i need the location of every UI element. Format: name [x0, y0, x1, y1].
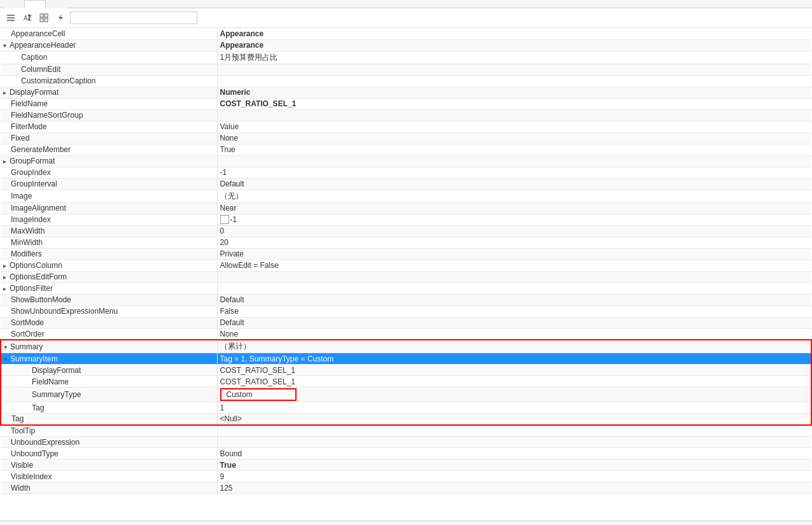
property-name: FilterMode	[11, 122, 47, 131]
table-row[interactable]: SortOrderNone	[1, 328, 811, 340]
property-name: UnboundType	[11, 449, 59, 458]
property-name: ShowUnboundExpressionMenu	[11, 307, 118, 316]
table-row[interactable]: DisplayFormatCOST_RATIO_SEL_1	[1, 365, 811, 376]
expand-icon[interactable]: ▸	[3, 285, 10, 292]
table-row[interactable]: ColumnEdit	[1, 64, 811, 75]
search-input[interactable]	[70, 11, 197, 24]
table-row[interactable]: ▸ DisplayFormatNumeric	[1, 87, 811, 98]
property-name: Tag	[11, 414, 24, 423]
table-row[interactable]: UnboundExpression	[1, 437, 811, 448]
expand-icon[interactable]: ▾	[3, 42, 10, 49]
svg-rect-6	[45, 14, 48, 17]
property-value: Custom	[217, 388, 811, 402]
table-row[interactable]: MinWidth20	[1, 237, 811, 248]
property-value: Bound	[217, 448, 811, 459]
table-row[interactable]: ▸ OptionsColumnAllowEdit = False	[1, 260, 811, 271]
table-row[interactable]: SummaryTypeCustom	[1, 388, 811, 402]
property-value: 0	[217, 225, 811, 237]
property-name: MaxWidth	[11, 227, 45, 235]
table-row[interactable]: UnboundTypeBound	[1, 448, 811, 459]
table-row[interactable]: ImageAlignmentNear	[1, 202, 811, 214]
table-row[interactable]: ▾ Summary（累计）	[1, 340, 811, 353]
property-value: Private	[217, 248, 811, 260]
table-row[interactable]: ▾ SummaryItemTag = 1, SummaryType = Cust…	[1, 353, 811, 365]
toolbar-btn-grid[interactable]	[37, 11, 51, 25]
property-name: ToolTip	[11, 426, 35, 435]
property-value	[217, 75, 811, 87]
svg-rect-7	[40, 18, 43, 22]
property-name: Modifiers	[11, 249, 42, 258]
color-swatch	[220, 215, 229, 224]
table-row[interactable]: ShowButtonModeDefault	[1, 294, 811, 305]
table-row[interactable]: FieldNameCOST_RATIO_SEL_1	[1, 98, 811, 109]
property-name: GroupInterval	[11, 179, 57, 188]
property-name: Summary	[10, 342, 43, 351]
property-name: ShowButtonMode	[11, 295, 71, 304]
expand-icon[interactable]: ▸	[3, 158, 10, 165]
property-name: SummaryItem	[10, 354, 58, 363]
toolbar-btn-lightning[interactable]	[53, 11, 67, 25]
property-name: OptionsColumn	[10, 261, 62, 270]
table-row[interactable]: Tag1	[1, 402, 811, 414]
property-name: GenerateMember	[11, 145, 71, 154]
table-row[interactable]: GenerateMemberTrue	[1, 144, 811, 155]
table-row[interactable]: FilterModeValue	[1, 121, 811, 132]
toolbar-btn-sort[interactable]: AZ	[20, 11, 34, 25]
property-name: GroupFormat	[10, 157, 55, 165]
property-value: 9	[217, 471, 811, 482]
table-row[interactable]: FieldNameCOST_RATIO_SEL_1	[1, 376, 811, 388]
table-row[interactable]: ▸ OptionsEditForm	[1, 271, 811, 283]
property-value: Near	[217, 202, 811, 214]
table-row[interactable]: ▸ OptionsFilter	[1, 283, 811, 294]
property-name: FieldName	[32, 377, 69, 386]
properties-scroll-area: AppearanceCellAppearance▾ AppearanceHead…	[0, 28, 812, 502]
tab-column-options[interactable]	[24, 0, 46, 8]
toolbar-btn-list[interactable]	[4, 11, 18, 25]
table-row[interactable]: VisibleTrue	[1, 459, 811, 471]
table-row[interactable]: GroupIndex-1	[1, 167, 811, 178]
table-row[interactable]: ModifiersPrivate	[1, 248, 811, 260]
property-value: Value	[217, 121, 811, 132]
table-row[interactable]: SortModeDefault	[1, 317, 811, 328]
table-row[interactable]: Tag<Null>	[1, 414, 811, 425]
table-row[interactable]: FixedNone	[1, 132, 811, 144]
table-row[interactable]: CustomizationCaption	[1, 75, 811, 87]
property-name: AppearanceHeader	[10, 41, 76, 50]
property-name: ColumnEdit	[21, 65, 60, 74]
property-name: FieldName	[11, 99, 48, 108]
property-value: COST_RATIO_SEL_1	[217, 365, 811, 376]
property-value	[217, 155, 811, 167]
property-name: Fixed	[11, 134, 29, 143]
svg-marker-9	[59, 14, 63, 22]
table-row[interactable]: AppearanceCellAppearance	[1, 28, 811, 39]
table-row[interactable]: ▸ GroupFormat	[1, 155, 811, 167]
property-value: Numeric	[217, 87, 811, 98]
table-row[interactable]: GroupIntervalDefault	[1, 178, 811, 190]
property-value: COST_RATIO_SEL_1	[217, 376, 811, 388]
table-row[interactable]: ShowUnboundExpressionMenuFalse	[1, 305, 811, 317]
tab-column-properties[interactable]	[3, 0, 24, 8]
tab-filter-options[interactable]	[46, 0, 67, 8]
expand-icon[interactable]: ▾	[4, 344, 10, 351]
property-value: AllowEdit = False	[217, 260, 811, 271]
property-value	[217, 283, 811, 294]
table-row[interactable]: MaxWidth0	[1, 225, 811, 237]
table-row[interactable]: Image（无）	[1, 190, 811, 202]
table-row[interactable]: Caption1月预算费用占比	[1, 51, 811, 64]
expand-icon[interactable]: ▾	[4, 356, 10, 363]
table-row[interactable]: FieldNameSortGroup	[1, 109, 811, 121]
table-row[interactable]: Width125	[1, 482, 811, 494]
table-row[interactable]: VisibleIndex9	[1, 471, 811, 482]
custom-box[interactable]: Custom	[220, 388, 297, 401]
property-value: （累计）	[217, 340, 811, 353]
property-value: <Null>	[217, 414, 811, 425]
expand-icon[interactable]: ▸	[3, 274, 10, 281]
property-name: MinWidth	[11, 238, 43, 247]
table-row[interactable]: ToolTip	[1, 425, 811, 437]
table-row[interactable]: ▾ AppearanceHeaderAppearance	[1, 39, 811, 51]
expand-icon[interactable]: ▸	[3, 89, 10, 96]
table-row[interactable]: ImageIndex-1	[1, 214, 811, 225]
property-name: AppearanceCell	[11, 29, 65, 38]
property-name: Width	[11, 484, 31, 493]
expand-icon[interactable]: ▸	[3, 262, 10, 269]
